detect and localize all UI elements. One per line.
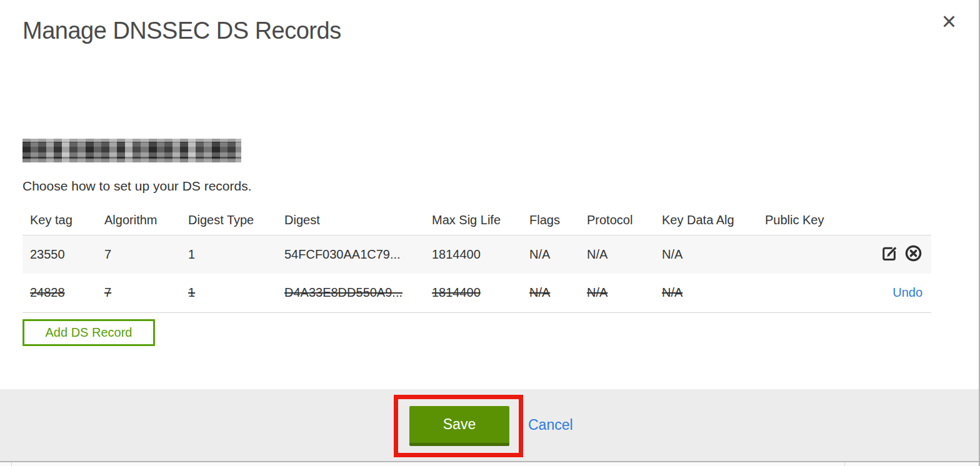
add-ds-record-button[interactable]: Add DS Record: [22, 319, 155, 346]
cell-key-data-alg: N/A: [662, 274, 765, 312]
cell-key-data-alg: N/A: [662, 235, 765, 274]
column-header-digest-type: Digest Type: [188, 206, 284, 235]
close-icon[interactable]: ×: [942, 9, 956, 34]
cell-protocol: N/A: [587, 274, 662, 312]
save-button[interactable]: Save: [409, 406, 509, 446]
cell-protocol: N/A: [587, 235, 662, 274]
column-header-max-sig-life: Max Sig Life: [432, 206, 529, 235]
page-title: Manage DNSSEC DS Records: [22, 17, 341, 44]
divider: [844, 462, 845, 466]
modal-footer: Save Cancel: [0, 389, 980, 461]
column-header-algorithm: Algorithm: [104, 206, 188, 235]
table-row-deleted: 24828 7 1 D4A33E8DD550A9... 1814400 N/A …: [22, 274, 931, 312]
column-header-actions: [831, 206, 931, 235]
cell-algorithm: 7: [104, 235, 188, 274]
cell-digest: 54FCF030AA1C79...: [284, 235, 432, 274]
column-header-key-tag: Key tag: [22, 206, 104, 235]
cell-max-sig-life: 1814400: [432, 235, 529, 274]
divider: [11, 462, 12, 466]
column-header-flags: Flags: [529, 206, 587, 235]
cancel-link[interactable]: Cancel: [528, 417, 573, 434]
column-header-key-data-alg: Key Data Alg: [662, 206, 765, 235]
instruction-text: Choose how to set up your DS records.: [22, 179, 252, 194]
delete-icon[interactable]: [904, 244, 922, 264]
cell-key-tag: 23550: [22, 235, 104, 274]
cell-flags: N/A: [529, 274, 587, 312]
undo-link[interactable]: Undo: [892, 285, 922, 299]
cell-flags: N/A: [529, 235, 587, 274]
edit-icon[interactable]: [881, 245, 898, 264]
cell-public-key: [765, 235, 831, 274]
cell-digest-type: 1: [188, 274, 284, 312]
cell-max-sig-life: 1814400: [432, 274, 529, 312]
cell-algorithm: 7: [104, 274, 188, 312]
ds-records-table: Key tag Algorithm Digest Type Digest Max…: [22, 206, 931, 313]
table-row-active: 23550 7 1 54FCF030AA1C79... 1814400 N/A …: [22, 235, 931, 274]
domain-name-redacted: [22, 139, 241, 162]
column-header-public-key: Public Key: [765, 206, 831, 235]
cell-actions: [831, 235, 931, 274]
table-header-row: Key tag Algorithm Digest Type Digest Max…: [22, 206, 931, 235]
page-behind-modal-strip: [0, 461, 980, 466]
column-header-protocol: Protocol: [587, 206, 662, 235]
cell-digest: D4A33E8DD550A9...: [284, 274, 432, 312]
cell-public-key: [765, 274, 831, 312]
cell-actions: Undo: [831, 274, 931, 312]
save-highlight-annotation: Save: [394, 395, 523, 457]
cell-key-tag: 24828: [22, 274, 104, 312]
cell-digest-type: 1: [188, 235, 284, 274]
column-header-digest: Digest: [284, 206, 432, 235]
